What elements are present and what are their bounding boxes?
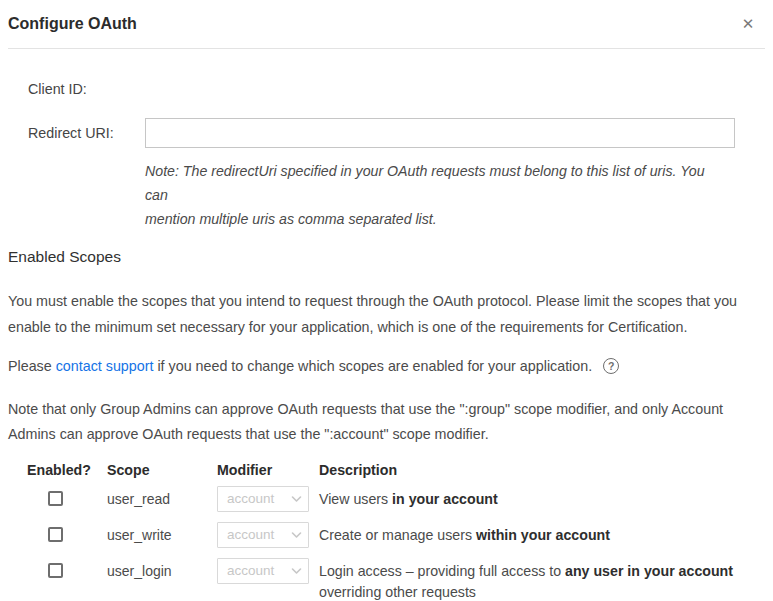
configure-oauth-dialog: { "dialog": { "title": "Configure OAuth"… (0, 0, 773, 601)
contact-support-link[interactable]: contact support (56, 358, 154, 374)
scope-name: user_login (107, 561, 207, 582)
scope-description: Create or manage users within your accou… (319, 525, 764, 546)
contact-support-paragraph: Please contact support if you need to ch… (8, 356, 765, 376)
table-row-user-read: user_read account View users in your acc… (27, 489, 773, 512)
scopes-table: Enabled? Scope Modifier Description user… (27, 462, 773, 601)
chevron-down-icon (291, 495, 302, 503)
client-id-label: Client ID: (28, 81, 145, 97)
note-line-2: mention multiple uris as comma separated… (145, 207, 720, 231)
support-text: Please contact support if you need to ch… (8, 356, 592, 376)
support-prefix: Please (8, 358, 56, 374)
redirect-uri-label: Redirect URI: (28, 125, 145, 141)
modifier-value: account (227, 563, 274, 578)
chevron-down-icon (291, 567, 302, 575)
modifier-select: account (217, 486, 309, 512)
redirect-uri-input[interactable] (145, 118, 735, 148)
chevron-down-icon (291, 531, 302, 539)
close-button[interactable]: ✕ (737, 13, 759, 35)
enabled-checkbox[interactable] (48, 527, 63, 542)
scope-description: Login access – providing full access to … (319, 561, 764, 601)
table-row-user-login: user_login account Login access – provid… (27, 561, 773, 601)
note-line-1: Note: The redirectUri specified in your … (145, 159, 720, 207)
scopes-intro-paragraph: You must enable the scopes that you inte… (8, 288, 765, 340)
header-scope: Scope (107, 462, 217, 478)
support-suffix: if you need to change which scopes are e… (153, 358, 592, 374)
scope-description: View users in your account (319, 489, 764, 510)
admin-note-line-1: Note that only Group Admins can approve … (8, 397, 765, 422)
enabled-checkbox[interactable] (48, 491, 63, 506)
redirect-uri-note: Note: The redirectUri specified in your … (145, 159, 720, 231)
page-title: Configure OAuth (8, 15, 137, 33)
enabled-scopes-heading: Enabled Scopes (8, 248, 773, 266)
intro-line-2: enable to the minimum set necessary for … (8, 314, 765, 340)
dialog-header: Configure OAuth ✕ (8, 0, 765, 49)
admin-note-paragraph: Note that only Group Admins can approve … (8, 397, 765, 447)
redirect-uri-row: Redirect URI: (0, 118, 773, 148)
modifier-select: account (217, 558, 309, 584)
modifier-value: account (227, 527, 274, 542)
help-glyph: ? (608, 356, 614, 376)
admin-note-line-2: Admins can approve OAuth requests that u… (8, 422, 765, 447)
scope-name: user_write (107, 525, 207, 546)
oauth-form: Client ID: Redirect URI: Note: The redir… (0, 81, 773, 231)
client-id-row: Client ID: (0, 81, 773, 97)
header-modifier: Modifier (217, 462, 319, 478)
scope-name: user_read (107, 489, 207, 510)
header-enabled: Enabled? (27, 462, 107, 478)
header-description: Description (319, 462, 764, 478)
close-icon: ✕ (742, 15, 755, 33)
enabled-checkbox[interactable] (48, 563, 63, 578)
modifier-select: account (217, 522, 309, 548)
table-row-user-write: user_write account Create or manage user… (27, 525, 773, 548)
help-icon[interactable]: ? (603, 358, 619, 374)
intro-line-1: You must enable the scopes that you inte… (8, 288, 765, 314)
modifier-value: account (227, 491, 274, 506)
scopes-table-header: Enabled? Scope Modifier Description (27, 462, 773, 478)
